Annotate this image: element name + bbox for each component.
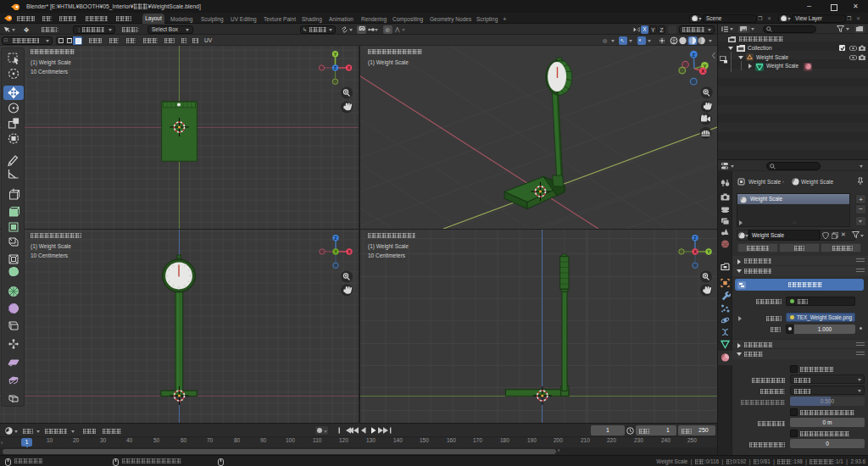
svg-text:Y: Y <box>703 64 706 69</box>
svg-text:Y: Y <box>334 249 337 254</box>
svg-text:X: X <box>348 65 351 70</box>
svg-text:Z: Z <box>692 53 695 58</box>
svg-text:Y: Y <box>707 249 710 254</box>
svg-text:X: X <box>693 249 697 254</box>
svg-text:X: X <box>348 249 351 254</box>
svg-text:X: X <box>701 69 704 74</box>
svg-text:Y: Y <box>334 52 337 57</box>
